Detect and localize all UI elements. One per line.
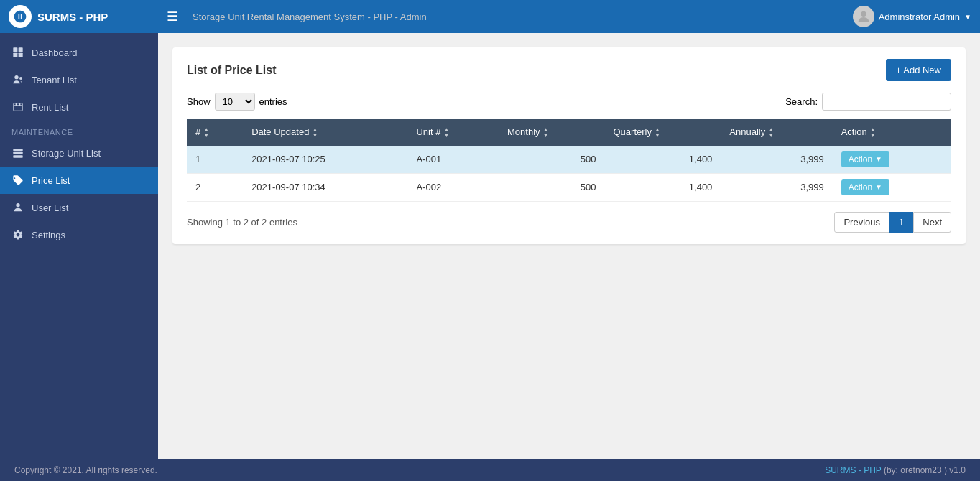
card-header: List of Price List + Add New <box>187 59 951 81</box>
footer-copyright: Copyright © 2021. All rights reserved. <box>14 465 157 475</box>
sidebar-item-price-list[interactable]: Price List <box>0 167 158 194</box>
table-header-row: #▲▼ Date Updated▲▼ Unit #▲▼ Monthly▲▼ Qu <box>187 119 951 146</box>
svg-rect-3 <box>19 47 23 52</box>
users-icon <box>11 73 24 86</box>
main-content: List of Price List + Add New Show 10 25 … <box>158 33 980 481</box>
sidebar-label-user-list: User List <box>32 202 68 213</box>
action-caret-icon: ▼ <box>875 155 882 163</box>
pagination-buttons: Previous 1 Next <box>834 212 951 233</box>
sidebar-label-price-list: Price List <box>32 175 70 186</box>
footer: Copyright © 2021. All rights reserved. S… <box>0 459 980 481</box>
footer-credit: (by: oretnom23 ) v1.0 <box>884 465 966 475</box>
table-row: 22021-09-07 10:34A-0025001,4003,999Actio… <box>187 173 951 201</box>
svg-rect-14 <box>13 155 22 157</box>
page-1-button[interactable]: 1 <box>889 212 913 233</box>
search-box: Search: <box>785 93 951 111</box>
svg-rect-12 <box>13 149 22 151</box>
user-caret-icon: ▼ <box>964 13 971 21</box>
table-row: 12021-09-07 10:25A-0015001,4003,999Actio… <box>187 146 951 174</box>
sidebar: Dashboard Tenant List Rent List Maintena… <box>0 33 158 459</box>
table-cell: 2021-09-07 10:25 <box>243 146 407 174</box>
app-full-title: Storage Unit Rental Management System - … <box>185 11 853 22</box>
svg-rect-8 <box>14 103 22 111</box>
show-entries: Show 10 25 50 100 entries <box>187 93 287 111</box>
svg-rect-5 <box>19 53 23 57</box>
col-action: Action▲▼ <box>833 119 951 146</box>
user-list-icon <box>11 201 24 214</box>
svg-point-1 <box>861 11 866 17</box>
dashboard-icon <box>11 46 24 59</box>
pagination-info: Showing 1 to 2 of 2 entries <box>187 217 297 228</box>
col-monthly: Monthly▲▼ <box>499 119 604 146</box>
table-cell: 1 <box>187 146 243 174</box>
svg-point-6 <box>14 75 18 79</box>
col-date: Date Updated▲▼ <box>243 119 407 146</box>
price-list-table: #▲▼ Date Updated▲▼ Unit #▲▼ Monthly▲▼ Qu <box>187 119 951 202</box>
table-cell: A-002 <box>407 173 499 201</box>
sidebar-item-storage-unit-list[interactable]: Storage Unit List <box>0 139 158 167</box>
sort-icon-monthly: ▲▼ <box>543 127 549 139</box>
user-name: Adminstrator Admin <box>879 11 960 22</box>
col-unit: Unit #▲▼ <box>407 119 499 146</box>
table-cell: 2 <box>187 173 243 201</box>
topbar: SURMS - PHP ☰ Storage Unit Rental Manage… <box>0 0 980 33</box>
search-input[interactable] <box>822 93 951 111</box>
sidebar-label-storage: Storage Unit List <box>32 148 101 159</box>
table-cell: A-001 <box>407 146 499 174</box>
sidebar-label-tenant-list: Tenant List <box>32 75 77 85</box>
user-menu[interactable]: Adminstrator Admin ▼ <box>853 6 971 27</box>
hamburger-icon[interactable]: ☰ <box>167 9 178 24</box>
sidebar-item-settings[interactable]: Settings <box>0 221 158 248</box>
page-title: List of Price List <box>187 64 276 77</box>
table-cell: 1,400 <box>605 146 721 174</box>
rent-icon <box>11 101 24 113</box>
sort-icon-action: ▲▼ <box>870 127 876 139</box>
price-icon <box>11 174 24 187</box>
entries-select[interactable]: 10 25 50 100 <box>215 93 255 111</box>
sidebar-label-settings: Settings <box>32 230 65 240</box>
sidebar-item-dashboard[interactable]: Dashboard <box>0 39 158 66</box>
show-label: Show <box>187 96 211 107</box>
layout: Dashboard Tenant List Rent List Maintena… <box>0 33 980 481</box>
footer-brand: SURMS - PHP <box>825 465 881 475</box>
action-button[interactable]: Action ▼ <box>841 151 889 167</box>
table-cell: 500 <box>499 173 604 201</box>
action-button[interactable]: Action ▼ <box>841 179 889 195</box>
logo-icon <box>9 5 32 28</box>
add-new-button[interactable]: + Add New <box>886 59 951 81</box>
svg-rect-13 <box>13 152 22 154</box>
sort-icon-date: ▲▼ <box>312 127 318 139</box>
sidebar-item-user-list[interactable]: User List <box>0 194 158 221</box>
sidebar-section-maintenance: Maintenance <box>0 121 158 139</box>
settings-icon <box>11 228 24 241</box>
action-cell: Action ▼ <box>833 173 951 201</box>
svg-rect-4 <box>13 53 17 57</box>
pagination-area: Showing 1 to 2 of 2 entries Previous 1 N… <box>187 212 951 233</box>
sort-icon-annually: ▲▼ <box>768 127 774 139</box>
col-num: #▲▼ <box>187 119 243 146</box>
svg-point-15 <box>16 203 19 207</box>
table-cell: 2021-09-07 10:34 <box>243 173 407 201</box>
sidebar-item-tenant-list[interactable]: Tenant List <box>0 66 158 93</box>
sidebar-label-rent-list: Rent List <box>32 102 68 113</box>
svg-point-7 <box>19 77 22 80</box>
sort-icon-num: ▲▼ <box>203 127 209 139</box>
price-list-card: List of Price List + Add New Show 10 25 … <box>172 47 966 244</box>
sidebar-item-rent-list[interactable]: Rent List <box>0 93 158 121</box>
entries-label: entries <box>259 96 287 107</box>
col-quarterly: Quarterly▲▼ <box>605 119 721 146</box>
sort-icon-unit: ▲▼ <box>443 127 449 139</box>
svg-rect-2 <box>13 47 17 52</box>
avatar <box>853 6 874 27</box>
table-cell: 1,400 <box>605 173 721 201</box>
action-cell: Action ▼ <box>833 146 951 174</box>
action-caret-icon: ▼ <box>875 183 882 191</box>
previous-button[interactable]: Previous <box>834 212 889 233</box>
table-cell: 500 <box>499 146 604 174</box>
search-label: Search: <box>785 96 818 107</box>
app-name: SURMS - PHP <box>37 11 108 23</box>
storage-icon <box>11 146 24 159</box>
sort-icon-quarterly: ▲▼ <box>655 127 660 139</box>
sidebar-label-dashboard: Dashboard <box>32 47 78 58</box>
next-button[interactable]: Next <box>913 212 951 233</box>
